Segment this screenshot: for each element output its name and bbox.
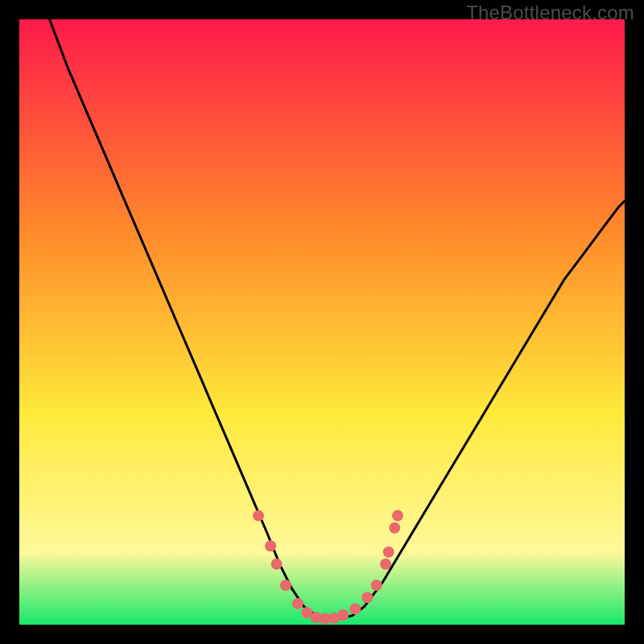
curve-marker <box>371 580 382 591</box>
watermark-text: TheBottleneck.com <box>466 2 634 24</box>
curve-marker <box>349 603 361 614</box>
curve-marker <box>271 559 283 570</box>
curve-marker <box>292 598 303 609</box>
curve-marker <box>253 510 264 522</box>
curve-marker <box>280 580 291 591</box>
curve-marker <box>389 522 400 534</box>
curve-marker <box>265 540 276 551</box>
bottleneck-chart <box>19 19 625 625</box>
curve-marker <box>337 609 349 621</box>
curve-marker <box>380 559 391 570</box>
curve-marker <box>392 510 403 522</box>
curve-marker <box>383 547 394 558</box>
gradient-bg <box>19 19 625 625</box>
curve-marker <box>361 592 373 603</box>
chart-frame <box>19 19 625 625</box>
